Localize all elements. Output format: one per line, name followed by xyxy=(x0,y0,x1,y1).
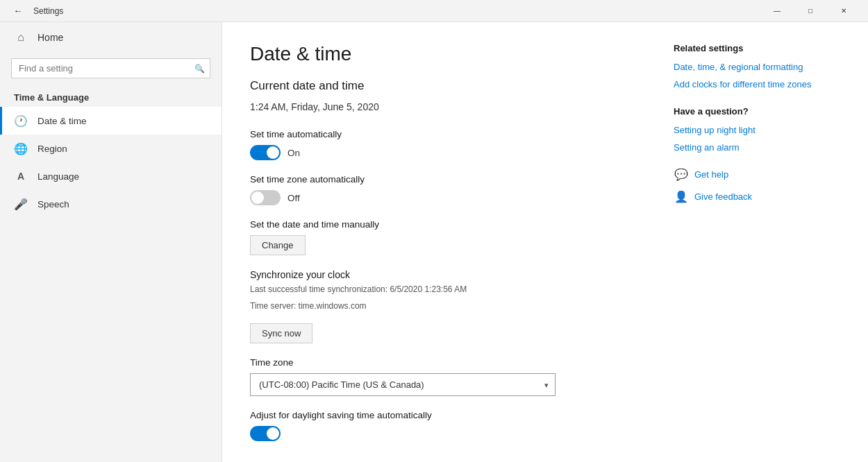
sidebar-section-title: Time & Language xyxy=(0,84,222,107)
home-icon: ⌂ xyxy=(14,31,28,44)
current-date-section-title: Current date and time xyxy=(250,79,660,93)
set-time-auto-label: Set time automatically xyxy=(250,129,660,139)
sync-row: Synchronize your clock Last successful t… xyxy=(250,269,660,343)
region-icon: 🌐 xyxy=(14,142,28,155)
toggle-thumb xyxy=(251,191,264,204)
set-timezone-auto-state: Off xyxy=(287,193,300,203)
toggle-track-daylight xyxy=(250,426,281,441)
search-icon: 🔍 xyxy=(194,64,205,74)
main-content: Date & time Current date and time 1:24 A… xyxy=(222,22,868,462)
set-timezone-auto-toggle[interactable] xyxy=(250,190,281,205)
app-body: ⌂ Home 🔍 Time & Language 🕐 Date & time 🌐… xyxy=(0,22,868,462)
title-bar-title: Settings xyxy=(33,6,761,16)
sidebar-home-label: Home xyxy=(37,32,63,43)
related-link-night-light[interactable]: Setting up night light xyxy=(674,125,840,135)
toggle-track-on xyxy=(250,145,281,160)
sidebar-item-label: Region xyxy=(37,144,67,154)
set-manually-label: Set the date and time manually xyxy=(250,219,660,230)
sidebar-item-date-time[interactable]: 🕐 Date & time xyxy=(0,107,222,135)
give-feedback-label: Give feedback xyxy=(694,191,752,202)
sync-info-1: Last successful time synchronization: 6/… xyxy=(250,284,660,294)
help-section: 💬 Get help 👤 Give feedback xyxy=(674,166,840,204)
current-date-time: 1:24 AM, Friday, June 5, 2020 xyxy=(250,101,660,112)
sidebar: ⌂ Home 🔍 Time & Language 🕐 Date & time 🌐… xyxy=(0,22,222,462)
back-button[interactable]: ← xyxy=(8,1,28,21)
language-icon: A xyxy=(14,169,28,183)
get-help-link[interactable]: 💬 Get help xyxy=(674,166,840,182)
set-timezone-auto-toggle-row: Off xyxy=(250,190,660,205)
sync-info-2: Time server: time.windows.com xyxy=(250,301,660,311)
sync-now-button[interactable]: Sync now xyxy=(250,323,312,343)
related-link-add-clocks[interactable]: Add clocks for different time zones xyxy=(674,79,840,89)
related-link-alarm[interactable]: Setting an alarm xyxy=(674,142,840,153)
toggle-thumb xyxy=(267,146,279,159)
feedback-icon: 👤 xyxy=(674,189,689,204)
sidebar-item-label: Date & time xyxy=(37,116,87,126)
related-link-date-regional[interactable]: Date, time, & regional formatting xyxy=(674,62,840,72)
date-time-icon: 🕐 xyxy=(14,114,28,128)
help-icon: 💬 xyxy=(674,166,689,182)
adjust-daylight-toggle[interactable] xyxy=(250,426,281,441)
give-feedback-link[interactable]: 👤 Give feedback xyxy=(674,189,840,204)
sidebar-item-label: Speech xyxy=(37,199,69,209)
set-manually-row: Set the date and time manually Change xyxy=(250,219,660,255)
get-help-label: Get help xyxy=(694,169,728,180)
timezone-select-wrapper: (UTC-08:00) Pacific Time (US & Canada) ▾ xyxy=(250,373,556,396)
set-time-auto-toggle[interactable] xyxy=(250,145,281,160)
set-time-auto-state: On xyxy=(287,148,300,158)
set-timezone-auto-row: Set time zone automatically Off xyxy=(250,174,660,205)
content-area: Date & time Current date and time 1:24 A… xyxy=(250,43,660,441)
sidebar-item-language[interactable]: A Language xyxy=(0,162,222,190)
adjust-daylight-label: Adjust for daylight saving time automati… xyxy=(250,410,660,420)
right-panel: Related settings Date, time, & regional … xyxy=(660,43,840,441)
set-timezone-auto-label: Set time zone automatically xyxy=(250,174,660,185)
related-settings-title: Related settings xyxy=(674,43,840,53)
toggle-thumb-daylight xyxy=(267,427,279,440)
timezone-label: Time zone xyxy=(250,357,660,368)
adjust-daylight-row: Adjust for daylight saving time automati… xyxy=(250,410,660,441)
speech-icon: 🎤 xyxy=(14,197,28,211)
sync-section-label: Synchronize your clock xyxy=(250,269,660,280)
window-controls: — □ ✕ xyxy=(761,0,860,22)
sidebar-item-label: Language xyxy=(37,171,79,182)
maximize-button[interactable]: □ xyxy=(794,0,826,22)
toggle-track-off xyxy=(250,190,281,205)
timezone-select[interactable]: (UTC-08:00) Pacific Time (US & Canada) xyxy=(250,373,556,396)
sidebar-item-speech[interactable]: 🎤 Speech xyxy=(0,190,222,218)
set-time-auto-toggle-row: On xyxy=(250,145,660,160)
page-title: Date & time xyxy=(250,43,660,65)
change-button[interactable]: Change xyxy=(250,235,306,255)
set-time-auto-row: Set time automatically On xyxy=(250,129,660,160)
minimize-button[interactable]: — xyxy=(761,0,793,22)
close-button[interactable]: ✕ xyxy=(828,0,860,22)
sidebar-item-region[interactable]: 🌐 Region xyxy=(0,135,222,162)
have-a-question-title: Have a question? xyxy=(674,106,840,117)
search-input[interactable] xyxy=(11,58,210,78)
timezone-row: Time zone (UTC-08:00) Pacific Time (US &… xyxy=(250,357,660,396)
adjust-daylight-toggle-row xyxy=(250,426,660,441)
title-bar: ← Settings — □ ✕ xyxy=(0,0,868,22)
sidebar-item-home[interactable]: ⌂ Home xyxy=(0,22,222,53)
sidebar-search-container: 🔍 xyxy=(11,58,210,78)
